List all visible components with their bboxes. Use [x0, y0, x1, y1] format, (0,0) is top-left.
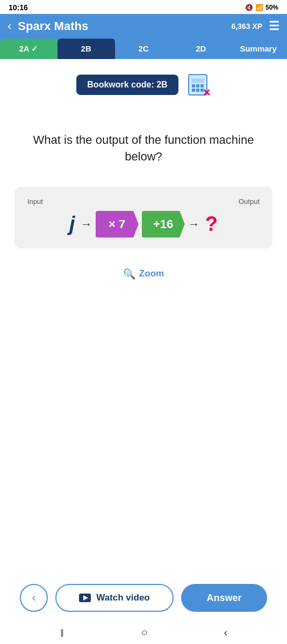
- tab-2B[interactable]: 2B: [58, 39, 115, 59]
- top-nav: ‹ Sparx Maths 6,363 XP ☰: [0, 14, 287, 39]
- zoom-icon: 🔍: [123, 268, 136, 280]
- tab-summary[interactable]: Summary: [229, 39, 287, 59]
- tab-2D[interactable]: 2D: [172, 39, 229, 59]
- add-op-box: +16: [142, 211, 185, 238]
- input-variable: j: [69, 213, 75, 236]
- tab-2A[interactable]: 2A ✓: [0, 39, 58, 59]
- calculator-icon: ✕: [185, 72, 211, 98]
- android-recent-apps[interactable]: ⫿: [60, 626, 65, 639]
- status-bar: 10:16 🔇 📶 50%: [0, 0, 287, 14]
- video-icon: [79, 594, 91, 602]
- diagram-labels: Input Output: [27, 197, 260, 206]
- bookwork-row: Bookwork code: 2B ✕: [76, 72, 210, 98]
- zoom-button[interactable]: 🔍 Zoom: [123, 268, 164, 280]
- answer-button[interactable]: Answer: [181, 584, 267, 612]
- back-button[interactable]: ‹: [20, 584, 48, 612]
- mute-icon: 🔇: [245, 4, 253, 11]
- watch-video-button[interactable]: Watch video: [55, 584, 174, 612]
- output-label: Output: [239, 197, 260, 206]
- tab-bar: 2A ✓ 2B 2C 2D Summary: [0, 39, 287, 59]
- multiply-op-box: × 7: [96, 211, 139, 238]
- tab-2C[interactable]: 2C: [115, 39, 173, 59]
- bottom-bar: ‹ Watch video Answer: [0, 577, 287, 618]
- calc-x-icon: ✕: [203, 88, 211, 98]
- watch-video-label: Watch video: [96, 592, 150, 603]
- function-machine-diagram: Input Output j → × 7 +16 → ?: [15, 187, 272, 248]
- arrow-1: →: [81, 217, 92, 231]
- main-content: Bookwork code: 2B ✕ What is the output o…: [0, 59, 287, 289]
- android-nav: ⫿ ○ ‹: [0, 620, 287, 644]
- bookwork-badge: Bookwork code: 2B: [76, 75, 178, 95]
- xp-display: 6,363 XP: [231, 22, 262, 31]
- app-title: Sparx Maths: [18, 19, 225, 33]
- input-label: Input: [27, 197, 43, 206]
- status-icons: 🔇 📶 50%: [245, 4, 278, 11]
- question-text: What is the output of the function machi…: [25, 132, 262, 165]
- battery-icon: 50%: [266, 4, 278, 11]
- diagram-row: j → × 7 +16 → ?: [27, 211, 260, 238]
- wifi-icon: 📶: [255, 4, 263, 11]
- play-triangle: [83, 595, 88, 601]
- android-home[interactable]: ○: [141, 626, 148, 639]
- output-question-mark: ?: [205, 213, 218, 236]
- arrow-2: →: [188, 217, 200, 231]
- status-time: 10:16: [9, 3, 28, 12]
- zoom-label: Zoom: [139, 268, 164, 279]
- android-back[interactable]: ‹: [224, 626, 227, 639]
- menu-icon[interactable]: ☰: [269, 19, 279, 33]
- nav-back-button[interactable]: ‹: [8, 20, 11, 32]
